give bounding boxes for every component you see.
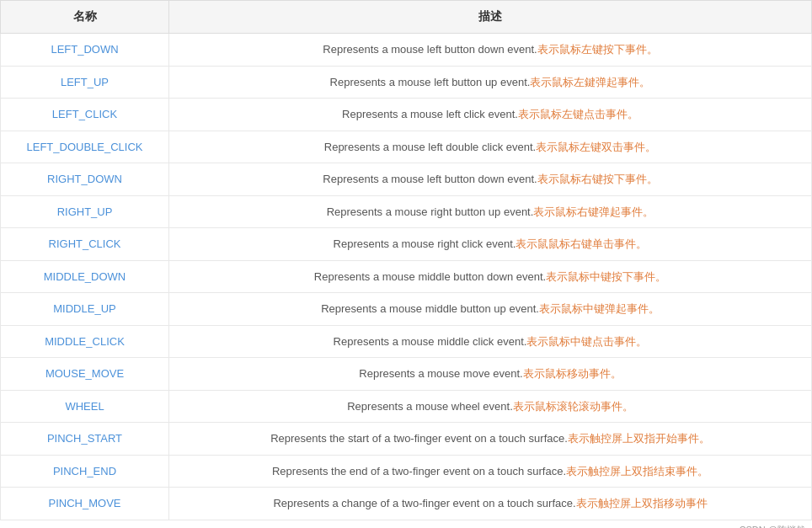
row-name: WHEEL (1, 390, 169, 423)
row-description: Represents a mouse left click event.表示鼠标… (169, 99, 812, 131)
desc-en: Represents a change of a two-finger even… (273, 497, 575, 509)
desc-en: Represents a mouse right click event. (334, 237, 516, 250)
desc-cn: 表示鼠鼠标右键单击事件。 (516, 237, 647, 250)
table-row: PINCH_STARTRepresents the start of a two… (1, 423, 812, 456)
desc-cn: 表示鼠标中键点击事件。 (526, 335, 647, 348)
row-name: PINCH_MOVE (1, 488, 169, 520)
row-name: RIGHT_DOWN (1, 163, 169, 196)
desc-cn: 表示鼠标右键按下事件。 (537, 173, 658, 185)
desc-cn: 表示触控屏上双指开始事件。 (568, 432, 710, 445)
row-name: LEFT_UP (1, 66, 169, 99)
desc-cn: 表示鼠标中键按下事件。 (546, 270, 666, 283)
header-name: 名称 (1, 1, 169, 34)
desc-cn: 表示鼠标滚轮滚动事件。 (513, 400, 633, 413)
row-description: Represents a mouse left button down even… (169, 163, 812, 196)
row-name: PINCH_START (1, 423, 169, 456)
row-description: Represents a mouse left button up event.… (169, 66, 812, 99)
header-description: 描述 (169, 1, 812, 34)
row-description: Represents a change of a two-finger even… (169, 488, 812, 520)
desc-en: Represents a mouse left button down even… (323, 43, 537, 56)
desc-en: Represents a mouse right button up event… (327, 205, 534, 218)
table-row: LEFT_CLICKRepresents a mouse left click … (1, 99, 812, 131)
row-description: Represents a mouse wheel event.表示鼠标滚轮滚动事… (169, 390, 812, 423)
row-name: MIDDLE_UP (1, 293, 169, 326)
table-row: WHEELRepresents a mouse wheel event.表示鼠标… (1, 390, 812, 423)
desc-en: Represents a mouse left button down even… (323, 173, 537, 185)
row-name: MOUSE_MOVE (1, 358, 169, 391)
row-description: Represents a mouse right button up event… (169, 195, 812, 228)
table-row: MOUSE_MOVERepresents a mouse move event.… (1, 358, 812, 391)
table-row: MIDDLE_CLICKRepresents a mouse middle cl… (1, 325, 812, 358)
table-row: LEFT_DOWNRepresents a mouse left button … (1, 34, 812, 67)
row-name: PINCH_END (1, 455, 169, 488)
desc-en: Represents the end of a two-finger event… (272, 465, 566, 477)
table-row: MIDDLE_UPRepresents a mouse middle butto… (1, 293, 812, 326)
desc-cn: 表示鼠标左键按下事件。 (537, 43, 658, 56)
row-name: LEFT_DOWN (1, 34, 169, 67)
row-description: Represents a mouse middle button up even… (169, 293, 812, 326)
table-row: LEFT_DOUBLE_CLICKRepresents a mouse left… (1, 131, 812, 163)
desc-en: Represents a mouse move event. (359, 367, 522, 380)
row-description: Represents a mouse move event.表示鼠标移动事件。 (169, 358, 812, 391)
desc-cn: 表示触控屏上双指移动事件 (576, 497, 708, 509)
desc-cn: 表示鼠标移动事件。 (523, 367, 622, 380)
desc-en: Represents a mouse wheel event. (347, 400, 513, 413)
row-description: Represents the start of a two-finger eve… (169, 423, 812, 456)
row-name: RIGHT_UP (1, 195, 169, 228)
row-name: LEFT_CLICK (1, 99, 169, 131)
row-description: Represents the end of a two-finger event… (169, 455, 812, 488)
table-row: PINCH_MOVERepresents a change of a two-f… (1, 488, 812, 520)
row-description: Represents a mouse left double click eve… (169, 131, 812, 163)
row-description: Represents a mouse left button down even… (169, 34, 812, 67)
desc-en: Represents a mouse middle button up even… (321, 302, 539, 315)
desc-en: Represents a mouse left button up event. (330, 76, 531, 88)
row-name: MIDDLE_CLICK (1, 325, 169, 358)
table-row: RIGHT_UPRepresents a mouse right button … (1, 195, 812, 228)
footer-note: CSDN @陈悄然 (0, 520, 812, 529)
event-table: 名称 描述 LEFT_DOWNRepresents a mouse left b… (0, 0, 812, 520)
row-description: Represents a mouse right click event.表示鼠… (169, 228, 812, 261)
desc-cn: 表示鼠标左鍵弹起事件。 (530, 76, 650, 88)
table-row: MIDDLE_DOWNRepresents a mouse middle but… (1, 260, 812, 293)
row-description: Represents a mouse middle click event.表示… (169, 325, 812, 358)
table-row: PINCH_ENDRepresents the end of a two-fin… (1, 455, 812, 488)
row-name: LEFT_DOUBLE_CLICK (1, 131, 169, 163)
desc-cn: 表示鼠标左键点击事件。 (518, 108, 638, 120)
desc-cn: 表示触控屏上双指结束事件。 (566, 465, 708, 477)
table-row: RIGHT_DOWNRepresents a mouse left button… (1, 163, 812, 196)
desc-cn: 表示鼠标右键弹起事件。 (533, 205, 654, 218)
row-description: Represents a mouse middle button down ev… (169, 260, 812, 293)
desc-cn: 表示鼠标中键弹起事件。 (539, 302, 660, 315)
desc-en: Represents a mouse middle button down ev… (314, 270, 546, 283)
desc-en: Represents a mouse middle click event. (334, 335, 527, 348)
row-name: MIDDLE_DOWN (1, 260, 169, 293)
desc-cn: 表示鼠标左键双击事件。 (536, 141, 656, 153)
table-row: LEFT_UPRepresents a mouse left button up… (1, 66, 812, 99)
desc-en: Represents a mouse left click event. (342, 108, 518, 120)
row-name: RIGHT_CLICK (1, 228, 169, 261)
desc-en: Represents the start of a two-finger eve… (270, 432, 568, 445)
table-row: RIGHT_CLICKRepresents a mouse right clic… (1, 228, 812, 261)
desc-en: Represents a mouse left double click eve… (324, 141, 536, 153)
